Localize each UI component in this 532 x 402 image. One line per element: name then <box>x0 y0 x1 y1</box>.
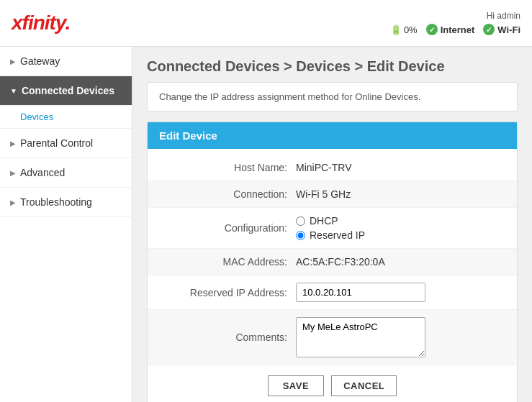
connection-label: Connection: <box>159 188 296 200</box>
comments-label: Comments: <box>159 332 296 343</box>
xfinity-logo: xfinity. <box>12 12 70 35</box>
wifi-label: Wi-Fi <box>497 24 520 35</box>
internet-label: Internet <box>441 24 475 35</box>
sidebar-item-parental-control[interactable]: ▶ Parental Control <box>0 129 132 158</box>
reserved-ip-address-label: Reserved IP Address: <box>159 287 296 298</box>
sidebar-item-connected-devices-label: Connected Devices <box>22 85 114 96</box>
sidebar-item-troubleshooting[interactable]: ▶ Troubleshooting <box>0 188 132 217</box>
mac-address-label: MAC Address: <box>159 256 296 268</box>
hi-admin-label: Hi admin <box>487 11 520 21</box>
sidebar: ▶ Gateway ▼ Connected Devices Devices ▶ … <box>0 47 132 402</box>
info-box: Change the IP address assignment method … <box>147 82 518 111</box>
reserved-ip-address-input[interactable] <box>296 283 425 302</box>
wifi-check-icon: ✓ <box>483 24 495 35</box>
wifi-status: ✓ Wi-Fi <box>483 24 520 35</box>
reserved-ip-address-row: Reserved IP Address: <box>148 275 517 310</box>
connection-row: Connection: Wi-Fi 5 GHz <box>148 181 517 208</box>
sidebar-sub-item-devices[interactable]: Devices <box>0 106 132 129</box>
host-name-label: Host Name: <box>159 162 296 173</box>
host-name-row: Host Name: MiniPC-TRV <box>148 155 517 181</box>
sidebar-item-parental-control-label: Parental Control <box>20 137 93 149</box>
header: xfinity. Hi admin 🔋 0% ✓ Internet ✓ Wi-F… <box>0 0 532 47</box>
layout: ▶ Gateway ▼ Connected Devices Devices ▶ … <box>0 47 532 402</box>
sidebar-item-advanced[interactable]: ▶ Advanced <box>0 158 132 188</box>
form-card: Edit Device Host Name: MiniPC-TRV Connec… <box>147 122 518 402</box>
internet-check-icon: ✓ <box>426 24 438 35</box>
mac-address-row: MAC Address: AC:5A:FC:F3:20:0A <box>148 249 517 275</box>
battery-icon: 🔋 <box>390 24 402 35</box>
comments-row: Comments: My <span class="underline-text… <box>148 310 517 365</box>
connected-devices-arrow-icon: ▼ <box>10 87 17 95</box>
reserved-ip-option[interactable]: Reserved IP <box>296 229 365 241</box>
buttons-row: SAVE CANCEL <box>148 365 517 402</box>
save-button[interactable]: SAVE <box>268 375 324 396</box>
gateway-arrow-icon: ▶ <box>10 58 16 65</box>
comments-textarea[interactable]: My <span class="underline-text">MeLe</sp… <box>296 317 425 357</box>
sidebar-item-gateway[interactable]: ▶ Gateway <box>0 47 132 76</box>
mac-address-value: AC:5A:FC:F3:20:0A <box>296 256 385 268</box>
dhcp-label: DHCP <box>310 215 338 227</box>
header-right: Hi admin 🔋 0% ✓ Internet ✓ Wi-Fi <box>390 11 520 35</box>
advanced-arrow-icon: ▶ <box>10 169 16 177</box>
troubleshooting-arrow-icon: ▶ <box>10 198 16 206</box>
info-text: Change the IP address assignment method … <box>159 91 420 102</box>
configuration-row: Configuration: DHCP Reserved IP <box>148 208 517 249</box>
battery-status: 🔋 0% <box>390 24 418 35</box>
breadcrumb: Connected Devices > Devices > Edit Devic… <box>147 58 518 75</box>
form-card-header: Edit Device <box>148 122 517 149</box>
configuration-radio-group: DHCP Reserved IP <box>296 215 365 241</box>
header-status: 🔋 0% ✓ Internet ✓ Wi-Fi <box>390 24 520 35</box>
parental-control-arrow-icon: ▶ <box>10 140 16 147</box>
sidebar-item-gateway-label: Gateway <box>20 55 60 67</box>
configuration-label: Configuration: <box>159 222 296 234</box>
reserved-ip-radio[interactable] <box>296 231 305 240</box>
sidebar-item-advanced-label: Advanced <box>20 167 65 178</box>
sidebar-item-troubleshooting-label: Troubleshooting <box>20 196 92 208</box>
connection-value: Wi-Fi 5 GHz <box>296 188 351 200</box>
host-name-value: MiniPC-TRV <box>296 162 352 173</box>
form-title: Edit Device <box>159 129 217 142</box>
internet-status: ✓ Internet <box>426 24 475 35</box>
battery-percent: 0% <box>404 24 418 35</box>
main-content: Connected Devices > Devices > Edit Devic… <box>132 47 532 402</box>
cancel-button[interactable]: CANCEL <box>331 375 397 396</box>
dhcp-option[interactable]: DHCP <box>296 215 365 227</box>
sidebar-item-connected-devices[interactable]: ▼ Connected Devices <box>0 76 132 106</box>
form-body: Host Name: MiniPC-TRV Connection: Wi-Fi … <box>148 149 517 402</box>
dhcp-radio[interactable] <box>296 216 305 226</box>
sidebar-sub-item-devices-label: Devices <box>20 111 53 122</box>
reserved-ip-label: Reserved IP <box>310 229 365 241</box>
